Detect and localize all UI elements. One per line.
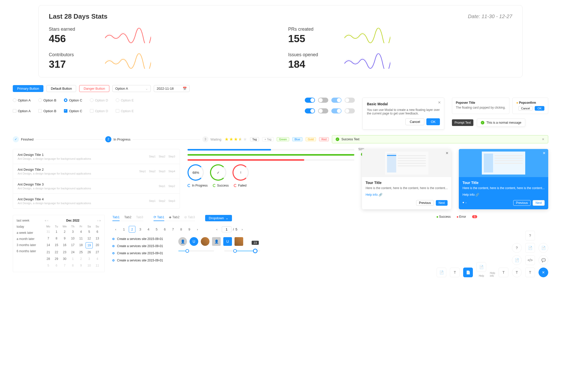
calendar-day[interactable]: 22: [53, 249, 60, 255]
close-icon[interactable]: ✕: [438, 100, 441, 105]
tab[interactable]: Tab1: [112, 215, 120, 221]
tag[interactable]: Tag: [250, 137, 259, 141]
switch-toggle[interactable]: [305, 108, 315, 113]
tour-next-button[interactable]: Next: [436, 200, 448, 206]
prev-page-icon[interactable]: ‹: [214, 226, 220, 233]
page-number[interactable]: 7: [170, 226, 176, 233]
calendar-day[interactable]: 17: [69, 242, 76, 248]
slider-thumb[interactable]: 23: [253, 249, 258, 253]
switch-toggle[interactable]: [318, 98, 328, 103]
modal-cancel-button[interactable]: Cancel: [405, 118, 424, 125]
page-number[interactable]: 9: [186, 226, 193, 233]
calendar-day[interactable]: 5: [86, 229, 93, 235]
switch-toggle[interactable]: [345, 108, 355, 113]
tour-next-button[interactable]: Next: [533, 200, 545, 206]
modal-ok-button[interactable]: OK: [426, 118, 440, 125]
add-tag-button[interactable]: + Tag: [262, 137, 274, 141]
calendar-day[interactable]: 4: [77, 229, 85, 235]
slider-range[interactable]: 23: [224, 250, 260, 251]
star-icon[interactable]: ★: [243, 136, 247, 142]
calendar-preset[interactable]: a month later: [17, 237, 40, 241]
page-number[interactable]: 8: [178, 226, 184, 233]
text-icon[interactable]: T: [499, 268, 508, 277]
calendar-day[interactable]: 6: [53, 263, 60, 268]
star-icon[interactable]: ★: [234, 136, 238, 142]
switch-toggle[interactable]: [318, 108, 328, 113]
text-icon[interactable]: T: [450, 268, 460, 277]
calendar-day[interactable]: 26: [86, 249, 93, 255]
tab[interactable]: ◈ Tab2: [169, 215, 180, 219]
calendar-day[interactable]: 30: [61, 256, 68, 262]
list-item[interactable]: Ant Design Title 3Ant Design, a design l…: [13, 179, 180, 194]
radio-option[interactable]: Option C: [64, 98, 82, 102]
close-icon[interactable]: ✕: [446, 151, 449, 155]
slider[interactable]: [178, 250, 214, 251]
calendar-day[interactable]: 21: [45, 249, 52, 255]
list-item[interactable]: Ant Design Title 2Ant Design, a design l…: [13, 164, 180, 179]
file-icon[interactable]: 📄: [437, 268, 446, 277]
calendar-day[interactable]: 7: [45, 236, 52, 241]
list-item[interactable]: Ant Design Title 4Ant Design, a design l…: [13, 194, 180, 208]
calendar-day[interactable]: 7: [61, 263, 68, 268]
checkbox-option[interactable]: Option B: [38, 109, 56, 113]
rating-stars[interactable]: ★★★★★★: [225, 136, 247, 142]
page-number[interactable]: 1: [121, 226, 127, 233]
close-icon[interactable]: ✕: [543, 151, 546, 155]
prev-year-icon[interactable]: «: [45, 219, 46, 222]
page-number[interactable]: 5: [153, 226, 160, 233]
switch-toggle[interactable]: [331, 108, 342, 113]
file-icon[interactable]: 📄: [476, 262, 486, 272]
radio-option[interactable]: Option B: [38, 98, 56, 102]
calendar-day[interactable]: 8: [69, 263, 76, 268]
calendar-day[interactable]: 13: [94, 236, 101, 241]
next-page-icon[interactable]: ›: [194, 226, 201, 233]
calendar-day[interactable]: 23: [61, 249, 68, 255]
calendar-day[interactable]: 27: [94, 249, 101, 255]
prev-page-icon[interactable]: ‹: [112, 226, 119, 233]
calendar-day[interactable]: 9: [61, 236, 68, 241]
chat-icon[interactable]: 💬: [539, 255, 548, 265]
switch-toggle[interactable]: [345, 98, 355, 103]
tab[interactable]: ⟳ Tab1: [154, 215, 165, 221]
switch-toggle[interactable]: [331, 98, 342, 103]
tag-blue[interactable]: Blue: [292, 137, 302, 141]
tour-help-link[interactable]: Help info 🔗: [462, 193, 479, 197]
calendar-day[interactable]: 5: [45, 263, 52, 268]
calendar-day[interactable]: 29: [53, 256, 60, 262]
next-page-icon[interactable]: ›: [239, 226, 246, 233]
radio-option[interactable]: Option A: [13, 98, 31, 102]
list-item[interactable]: Ant Design Title 1Ant Design, a design l…: [13, 149, 180, 164]
calendar-day[interactable]: 10: [86, 263, 93, 268]
calendar-day[interactable]: 16: [61, 242, 68, 248]
next-month-icon[interactable]: ›: [97, 219, 98, 222]
calendar-preset[interactable]: a week later: [17, 231, 40, 235]
help-icon[interactable]: ?: [525, 231, 535, 240]
star-icon[interactable]: ★: [225, 136, 229, 142]
calendar-day[interactable]: 9: [77, 263, 85, 268]
next-year-icon[interactable]: »: [99, 219, 101, 222]
close-icon[interactable]: ✕: [542, 137, 544, 141]
slider-thumb[interactable]: [233, 249, 237, 253]
calendar-day[interactable]: 3: [86, 256, 93, 262]
checkbox-option[interactable]: Option A: [13, 109, 31, 113]
tag-red[interactable]: Red: [319, 137, 329, 141]
calendar-preset[interactable]: last week: [17, 219, 40, 222]
tour-previous-button[interactable]: Previous: [416, 200, 434, 206]
page-input[interactable]: [222, 226, 231, 232]
primary-button[interactable]: Primary Button: [13, 85, 43, 92]
star-icon[interactable]: ★: [229, 136, 233, 142]
calendar-day[interactable]: 18: [77, 242, 85, 248]
calendar-day[interactable]: 20: [94, 242, 101, 248]
calendar-day[interactable]: 14: [45, 242, 52, 248]
date-picker[interactable]: 2022-11-18 📅: [154, 85, 190, 92]
calendar-day[interactable]: 2: [61, 229, 68, 235]
checkbox-option[interactable]: Option C: [64, 109, 82, 113]
calendar-day[interactable]: 4: [94, 256, 101, 262]
tag-green[interactable]: Green: [277, 137, 289, 141]
file-icon[interactable]: 📄: [512, 255, 522, 265]
code-icon[interactable]: </>: [525, 255, 535, 265]
calendar-day[interactable]: 10: [69, 236, 76, 241]
calendar-day[interactable]: 8: [53, 236, 60, 241]
calendar-day[interactable]: 24: [69, 249, 76, 255]
popconfirm-cancel[interactable]: Cancel: [518, 106, 533, 111]
